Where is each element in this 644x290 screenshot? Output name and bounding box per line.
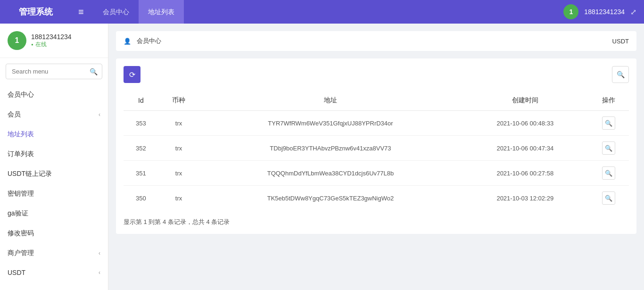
header-avatar: 1 [563, 4, 578, 19]
address-table: Id 币种 地址 创建时间 操作 353 trx TYR7WfRWm6WeV35… [124, 91, 629, 210]
cell-created: 2021-10-06 00:47:34 [462, 136, 588, 161]
sidebar-item-member-center[interactable]: 会员中心 [0, 85, 108, 105]
cell-address: TYR7WfRWm6WeV351GfqjxUJ88YPRrD34or [199, 111, 462, 136]
cell-created: 2021-10-03 12:02:29 [462, 186, 588, 211]
user-icon: 👤 [124, 38, 131, 45]
header-right: 1 18812341234 ⤢ [563, 4, 636, 19]
table-row: 352 trx TDbj9boER3YTHAbvzPBznw6v41xza8VV… [124, 136, 629, 161]
cell-currency: trx [158, 111, 199, 136]
cell-currency: trx [158, 186, 199, 211]
cell-id: 351 [124, 161, 158, 186]
action-search-button[interactable]: 🔍 [602, 166, 615, 180]
top-nav-links: 会员中心 地址列表 [93, 0, 184, 24]
table-search-button[interactable]: 🔍 [612, 66, 629, 83]
sidebar: 1 18812341234 在线 🔍 会员中心 会员 ‹ 地址列表 订单列表 [0, 24, 108, 290]
cell-id: 353 [124, 111, 158, 136]
chevron-down-icon: ‹ [99, 111, 100, 118]
chevron-left-icon-usdt: ‹ [99, 269, 100, 276]
cell-created: 2021-10-06 00:48:33 [462, 111, 588, 136]
sidebar-avatar: 1 [8, 31, 26, 50]
cell-action: 🔍 [588, 136, 629, 161]
cell-address: TDbj9boER3YTHAbvzPBznw6v41xza8VV73 [199, 136, 462, 161]
hamburger-icon[interactable]: ≡ [78, 7, 84, 17]
expand-icon[interactable]: ⤢ [630, 8, 636, 17]
main-layout: 1 18812341234 在线 🔍 会员中心 会员 ‹ 地址列表 订单列表 [0, 24, 644, 290]
sidebar-item-order-list[interactable]: 订单列表 [0, 144, 108, 164]
cell-action: 🔍 [588, 111, 629, 136]
table-container: ⟳ 🔍 Id 币种 地址 创建时间 操作 353 trx TYR7WfRWm6W [116, 58, 636, 234]
user-details: 18812341234 在线 [31, 33, 72, 49]
table-toolbar: ⟳ 🔍 [124, 66, 629, 83]
nav-item-address-list[interactable]: 地址列表 [139, 0, 184, 24]
cell-created: 2021-10-06 00:27:58 [462, 161, 588, 186]
user-phone: 18812341234 [31, 33, 72, 41]
sidebar-menu: 会员中心 会员 ‹ 地址列表 订单列表 USDT链上记录 密钥管理 ga验证 [0, 85, 108, 282]
search-icon: 🔍 [90, 68, 98, 75]
action-search-button[interactable]: 🔍 [602, 141, 615, 155]
sidebar-item-key-management[interactable]: 密钥管理 [0, 184, 108, 204]
currency-label: USDT [612, 38, 629, 45]
table-row: 353 trx TYR7WfRWm6WeV351GfqjxUJ88YPRrD34… [124, 111, 629, 136]
col-currency: 币种 [158, 91, 199, 111]
action-search-button[interactable]: 🔍 [602, 191, 615, 205]
breadcrumb-link[interactable]: 会员中心 [137, 37, 161, 45]
table-row: 351 trx TQQQhmDdYfLbmWea38CYD1dcjs6Uv77L… [124, 161, 629, 186]
nav-item-members[interactable]: 会员中心 [93, 0, 139, 24]
content-area: 👤 会员中心 USDT ⟳ 🔍 Id 币种 地址 创建时间 操作 [108, 24, 644, 290]
cell-id: 352 [124, 136, 158, 161]
app-logo: 管理系统 [8, 6, 64, 17]
col-address: 地址 [199, 91, 462, 111]
cell-address: TK5eb5tDWw8YgqC73GeS5kTEZ3gwNigWo2 [199, 186, 462, 211]
header-username: 18812341234 [584, 8, 625, 16]
refresh-button[interactable]: ⟳ [124, 66, 140, 83]
table-row: 350 trx TK5eb5tDWw8YgqC73GeS5kTEZ3gwNigW… [124, 186, 629, 211]
sidebar-item-usdt[interactable]: USDT ‹ [0, 263, 108, 282]
chevron-left-icon-merchant: ‹ [99, 250, 100, 257]
pagination-info: 显示第 1 到第 4 条记录，总共 4 条记录 [124, 218, 629, 226]
cell-action: 🔍 [588, 161, 629, 186]
search-box: 🔍 [6, 64, 102, 79]
cell-id: 350 [124, 186, 158, 211]
action-search-button[interactable]: 🔍 [602, 116, 615, 130]
cell-currency: trx [158, 136, 199, 161]
sidebar-item-address-list[interactable]: 地址列表 [0, 124, 108, 144]
sidebar-item-usdt-chain[interactable]: USDT链上记录 [0, 164, 108, 184]
sidebar-item-ga-verify[interactable]: ga验证 [0, 204, 108, 224]
cell-action: 🔍 [588, 186, 629, 211]
sidebar-item-merchant-management[interactable]: 商户管理 ‹ [0, 243, 108, 263]
cell-currency: trx [158, 161, 199, 186]
sidebar-item-change-password[interactable]: 修改密码 [0, 224, 108, 243]
cell-address: TQQQhmDdYfLbmWea38CYD1dcjs6Uv77L8b [199, 161, 462, 186]
col-action: 操作 [588, 91, 629, 111]
search-input[interactable] [6, 64, 102, 79]
top-nav: 管理系统 ≡ 会员中心 地址列表 1 18812341234 ⤢ [0, 0, 644, 24]
col-created: 创建时间 [462, 91, 588, 111]
sidebar-user-info: 1 18812341234 在线 [0, 24, 108, 58]
user-status: 在线 [31, 41, 72, 49]
breadcrumb: 👤 会员中心 USDT [116, 31, 636, 51]
sidebar-item-member[interactable]: 会员 ‹ [0, 105, 108, 124]
col-id: Id [124, 91, 158, 111]
